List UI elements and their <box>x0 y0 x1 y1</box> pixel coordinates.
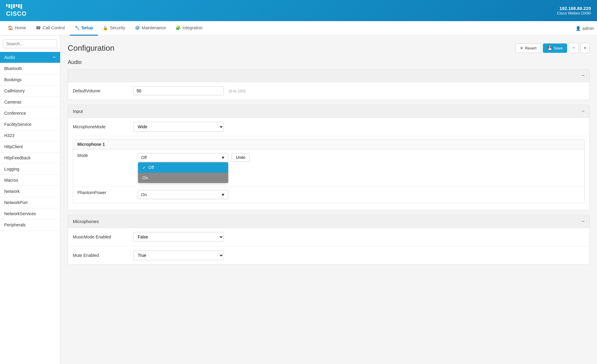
mode-option-on[interactable]: On <box>138 173 228 183</box>
admin-label: admin <box>582 26 594 31</box>
default-volume-card-body: DefaultVolume (0 to 100) <box>68 82 589 100</box>
x-icon: ✕ <box>520 46 523 50</box>
sidebar-item-bluetooth[interactable]: Bluetooth <box>0 63 60 74</box>
undo-button[interactable]: Undo <box>231 153 250 162</box>
nav-call-label: Call Control <box>43 25 65 30</box>
revert-label: Revert <box>525 46 536 50</box>
search-input[interactable] <box>3 39 57 48</box>
microphone1-mode-value: Off <box>141 155 147 160</box>
mute-select[interactable]: True False <box>133 251 224 260</box>
nav-setup-label: Setup <box>82 25 93 30</box>
collapse-input-button[interactable]: − <box>581 108 585 114</box>
page-title: Configuration <box>68 43 115 53</box>
collapse-volume-button[interactable]: − <box>581 72 585 79</box>
default-volume-label: DefaultVolume <box>73 88 133 93</box>
mute-row: Mute Enabled True False <box>68 246 589 264</box>
input-card-title: Input <box>73 109 83 114</box>
microphone-mode-row: MicrophoneMode Wide Narrow Off <box>68 118 589 136</box>
sidebar-item-macros[interactable]: Macros <box>0 175 60 186</box>
checkmark-icon: ✓ <box>142 165 146 170</box>
input-card-header: Input − <box>68 105 589 118</box>
sidebar-item-networkservices[interactable]: NetworkServices <box>0 208 60 219</box>
nav-integration[interactable]: 🧩 Integration <box>171 21 207 36</box>
app-header: CISCO 192.168.88.220 Cisco Webex DX80 <box>0 0 597 21</box>
sidebar-item-httpfeedback[interactable]: HttpFeedback <box>0 152 60 164</box>
sidebar-item-logging[interactable]: Logging <box>0 164 60 175</box>
sidebar-item-peripherals[interactable]: Peripherals <box>0 219 60 231</box>
microphones-card: Microphones − MusicMode Enabled False Tr… <box>68 215 590 265</box>
default-volume-row: DefaultVolume (0 to 100) <box>68 82 589 100</box>
wrench-icon: 🔧 <box>75 25 80 30</box>
microphone-mode-label: MicrophoneMode <box>73 124 133 129</box>
microphone1-phantom-dropdown[interactable]: On ▼ <box>138 190 228 199</box>
mode-on-label: On <box>142 175 148 180</box>
phantom-power-value: On <box>141 192 147 197</box>
default-volume-input-container <box>133 86 224 95</box>
collapse-microphones-button[interactable]: − <box>581 218 585 225</box>
nav-home[interactable]: 🏠 Home <box>3 21 31 36</box>
sidebar-item-conference[interactable]: Conference <box>0 108 60 119</box>
microphones-card-body: MusicMode Enabled False True Mute Enable… <box>68 228 589 264</box>
nav-security[interactable]: 🔒 Security <box>98 21 130 36</box>
main-layout: Audio✏BluetoothBookingsCallHistoryCamera… <box>0 36 597 364</box>
music-mode-row: MusicMode Enabled False True <box>68 228 589 246</box>
sidebar-item-networkport[interactable]: NetworkPort <box>0 197 60 208</box>
sidebar-item-facilityservice[interactable]: FacilityService <box>0 119 60 130</box>
microphone1-container: Microphone 1 Mode Off ▼ <box>68 139 589 210</box>
music-mode-select-container: False True <box>133 232 224 242</box>
default-volume-input[interactable] <box>133 86 224 95</box>
microphone1-mode-menu: ✓ Off On <box>138 162 228 183</box>
zoom-in-button[interactable]: + <box>580 43 590 53</box>
mute-select-container: True False <box>133 251 224 260</box>
content-header: Configuration ✕ Revert 💾 Save − + <box>68 43 590 53</box>
header-device-info: 192.168.88.220 Cisco Webex DX80 <box>557 6 591 15</box>
user-icon: 👤 <box>576 26 581 31</box>
header-ip: 192.168.88.220 <box>557 6 591 11</box>
section-title: Audio <box>68 59 590 65</box>
nav-maintenance-label: Maintenance <box>142 25 166 30</box>
mode-option-off[interactable]: ✓ Off <box>138 162 228 173</box>
sidebar-item-bookings[interactable]: Bookings <box>0 74 60 85</box>
microphone1-phantom-label: PhantomPower <box>77 190 138 195</box>
puzzle-icon: 🧩 <box>176 25 181 30</box>
sidebar-item-httpclient[interactable]: HttpClient <box>0 141 60 152</box>
sidebar-item-h323[interactable]: H323 <box>0 130 60 141</box>
sidebar-nav: Audio✏BluetoothBookingsCallHistoryCamera… <box>0 52 60 231</box>
nav-maintenance[interactable]: ⚙️ Maintenance <box>130 21 171 36</box>
main-nav: 🏠 Home ☎ Call Control 🔧 Setup 🔒 Security… <box>0 21 597 36</box>
header-device-name: Cisco Webex DX80 <box>557 11 591 15</box>
microphone1-phantom-row: PhantomPower On ▼ <box>73 187 584 203</box>
sidebar-item-callhistory[interactable]: CallHistory <box>0 85 60 97</box>
zoom-out-button[interactable]: − <box>569 43 578 53</box>
sidebar-item-cameras[interactable]: Cameras <box>0 97 60 108</box>
sidebar-item-audio[interactable]: Audio✏ <box>0 52 60 63</box>
input-card-body: MicrophoneMode Wide Narrow Off Microphon… <box>68 118 589 210</box>
save-button[interactable]: 💾 Save <box>543 43 567 53</box>
nav-call-control[interactable]: ☎ Call Control <box>31 21 69 36</box>
microphone1-mode-selected[interactable]: Off ▼ <box>138 153 228 162</box>
microphone1-mode-dropdown[interactable]: Off ▼ ✓ Off On <box>138 153 228 162</box>
microphones-card-header: Microphones − <box>68 215 589 228</box>
music-mode-label: MusicMode Enabled <box>73 235 133 239</box>
mode-off-label: Off <box>148 165 154 170</box>
music-mode-select[interactable]: False True <box>133 232 224 242</box>
microphone-mode-select[interactable]: Wide Narrow Off <box>133 122 224 132</box>
default-volume-card: − DefaultVolume (0 to 100) <box>68 69 590 100</box>
mute-label: Mute Enabled <box>73 253 133 258</box>
microphone1-phantom-selected[interactable]: On ▼ <box>138 190 228 199</box>
search-container <box>0 36 60 52</box>
call-icon: ☎ <box>36 25 41 30</box>
nav-admin: 👤 admin <box>576 26 594 31</box>
cisco-logo: CISCO <box>6 4 27 17</box>
nav-home-label: Home <box>15 25 26 30</box>
sidebar-item-network[interactable]: Network <box>0 186 60 197</box>
nav-integration-label: Integration <box>182 25 202 30</box>
default-volume-hint: (0 to 100) <box>229 89 246 93</box>
lock-icon: 🔒 <box>103 25 108 30</box>
microphones-card-title: Microphones <box>73 219 99 224</box>
edit-icon: ✏ <box>53 55 56 59</box>
revert-button[interactable]: ✕ Revert <box>515 43 541 53</box>
nav-setup[interactable]: 🔧 Setup <box>70 21 98 36</box>
microphone1-header: Microphone 1 <box>73 139 584 149</box>
nav-security-label: Security <box>110 25 125 30</box>
